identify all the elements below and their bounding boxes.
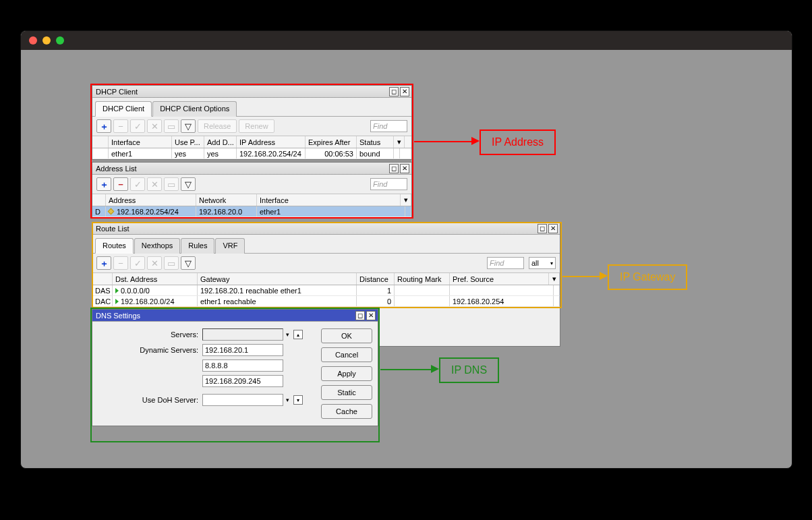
traffic-light-zoom-icon[interactable] — [56, 36, 64, 45]
window-title: DNS Settings — [96, 312, 140, 320]
dhcp-table-header: Interface Use P... Add D... IP Address E… — [92, 136, 411, 148]
filter-icon[interactable]: ▽ — [181, 119, 196, 133]
enable-button[interactable]: ✓ — [130, 256, 145, 270]
tab-nexthops[interactable]: Nexthops — [134, 238, 180, 254]
dynamic-server-value: 192.168.209.245 — [202, 375, 283, 387]
table-row[interactable]: D 192.168.20.254/24 192.168.20.0 ether1 — [92, 206, 411, 217]
window-restore-icon[interactable]: ◻ — [389, 87, 399, 96]
dynamic-server-value: 192.168.20.1 — [202, 344, 283, 356]
disable-button[interactable]: ✕ — [147, 177, 162, 191]
arrow-ip-dns — [380, 369, 432, 370]
comment-button[interactable]: ▭ — [164, 256, 179, 270]
table-row[interactable]: DAS 0.0.0.0/0 192.168.20.1 reachable eth… — [92, 285, 560, 296]
dhcp-client-window: DHCP Client ◻ ✕ DHCP Client DHCP Client … — [92, 85, 412, 160]
app-window-frame: DHCP Client ◻ ✕ DHCP Client DHCP Client … — [20, 30, 792, 469]
arrowhead-ip-dns — [431, 365, 439, 373]
disable-button[interactable]: ✕ — [147, 119, 162, 133]
comment-button[interactable]: ▭ — [164, 119, 179, 133]
tab-rules[interactable]: Rules — [181, 238, 214, 254]
label-ip-gateway: IP Gateway — [608, 264, 687, 290]
spin-up-icon[interactable]: ▴ — [293, 330, 303, 339]
window-close-icon[interactable]: ✕ — [400, 164, 409, 173]
column-picker-icon[interactable]: ▾ — [549, 273, 560, 285]
column-picker-icon[interactable]: ▾ — [401, 194, 411, 206]
remove-button[interactable]: − — [113, 119, 128, 133]
spin-down-icon[interactable]: ▾ — [293, 395, 303, 405]
arrow-ip-gateway — [562, 276, 601, 277]
find-input[interactable]: Find — [370, 120, 407, 132]
traffic-light-minimize-icon[interactable] — [42, 36, 51, 45]
static-button[interactable]: Static — [321, 385, 372, 400]
remove-button[interactable]: − — [113, 256, 128, 270]
arrowhead-ip-gateway — [600, 272, 608, 280]
table-row[interactable]: DAC 192.168.20.0/24 ether1 reachable 0 1… — [92, 296, 560, 307]
filter-icon[interactable]: ▽ — [181, 256, 196, 270]
tab-vrf[interactable]: VRF — [215, 238, 245, 254]
label-ip-dns: IP DNS — [439, 357, 499, 383]
table-row[interactable]: ether1 yes yes 192.168.20.254/24 00:06:5… — [92, 148, 411, 159]
route-table-header: Dst. Address Gateway Distance Routing Ma… — [92, 273, 560, 285]
remove-button[interactable]: − — [113, 177, 128, 191]
find-input[interactable]: Find — [370, 178, 407, 190]
label-ip-address: IP Address — [480, 129, 556, 155]
filter-scope-select[interactable]: all▾ — [529, 257, 556, 269]
ok-button[interactable]: OK — [321, 328, 372, 343]
apply-button[interactable]: Apply — [321, 366, 372, 381]
tab-dhcp-client[interactable]: DHCP Client — [95, 101, 152, 117]
mac-titlebar — [21, 31, 792, 50]
servers-expand-icon[interactable]: ▾ — [286, 331, 289, 338]
find-input[interactable]: Find — [487, 257, 524, 269]
tab-routes[interactable]: Routes — [95, 238, 134, 254]
add-button[interactable]: ＋ — [96, 119, 111, 133]
address-table-header: Address Network Interface ▾ — [92, 194, 411, 206]
disable-button[interactable]: ✕ — [147, 256, 162, 270]
filter-icon[interactable]: ▽ — [181, 177, 196, 191]
dns-settings-window: DNS Settings ◻ ✕ Servers: ▾ ▴ — [92, 309, 378, 426]
window-restore-icon[interactable]: ◻ — [355, 311, 365, 320]
window-restore-icon[interactable]: ◻ — [538, 224, 547, 233]
add-button[interactable]: ＋ — [96, 256, 111, 270]
arrow-ip-address — [414, 141, 473, 142]
dynamic-server-value: 8.8.8.8 — [202, 359, 283, 372]
traffic-light-close-icon[interactable] — [29, 36, 37, 45]
window-close-icon[interactable]: ✕ — [366, 311, 376, 320]
servers-input[interactable] — [202, 328, 283, 341]
release-button[interactable]: Release — [198, 119, 237, 133]
cancel-button[interactable]: Cancel — [321, 347, 372, 362]
doh-input[interactable] — [202, 394, 283, 406]
window-title: Address List — [96, 165, 137, 173]
enable-button[interactable]: ✓ — [130, 177, 145, 191]
doh-expand-icon[interactable]: ▾ — [286, 397, 289, 403]
enable-button[interactable]: ✓ — [130, 119, 145, 133]
doh-label: Use DoH Server: — [98, 396, 202, 404]
cache-button[interactable]: Cache — [321, 404, 372, 419]
address-list-window: Address List ◻ ✕ ＋ − ✓ ✕ ▭ ▽ Find Addres… — [92, 162, 412, 218]
active-route-icon — [115, 299, 119, 304]
active-route-icon — [115, 288, 119, 293]
window-title: Route List — [96, 225, 129, 233]
dynamic-icon — [108, 208, 115, 215]
comment-button[interactable]: ▭ — [164, 177, 179, 191]
window-title: DHCP Client — [96, 88, 138, 96]
servers-label: Servers: — [98, 330, 202, 339]
window-close-icon[interactable]: ✕ — [548, 224, 558, 233]
renew-button[interactable]: Renew — [239, 119, 274, 133]
window-close-icon[interactable]: ✕ — [400, 87, 409, 96]
column-picker-icon[interactable]: ▾ — [394, 136, 405, 148]
tab-dhcp-options[interactable]: DHCP Client Options — [152, 101, 237, 117]
add-button[interactable]: ＋ — [96, 177, 111, 191]
dynamic-servers-label: Dynamic Servers: — [98, 346, 202, 354]
window-restore-icon[interactable]: ◻ — [389, 164, 399, 173]
arrowhead-ip-address — [471, 137, 480, 145]
